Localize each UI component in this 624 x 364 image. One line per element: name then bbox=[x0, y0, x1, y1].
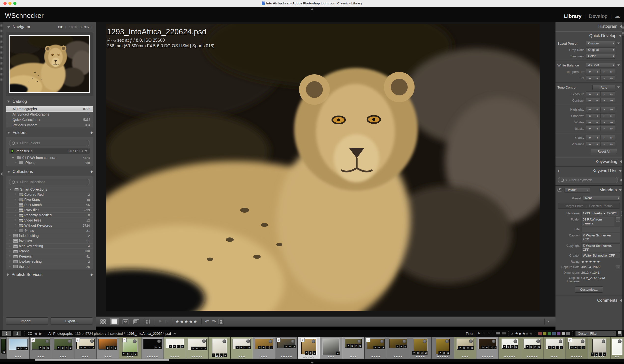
thumbnail-rating[interactable]: ★★★ bbox=[74, 355, 97, 358]
thumbnail-badge-icon[interactable] bbox=[291, 340, 295, 343]
catalog-item[interactable]: All Photographs5724 bbox=[6, 106, 93, 112]
filmstrip-thumbnail[interactable]: ⚑▣▢◪★★★★★ bbox=[588, 337, 610, 359]
thumbnail-rating[interactable]: ★★★ bbox=[119, 355, 141, 358]
filmstrip-thumbnail[interactable]: 2⚑▣▢◪★★★★★ bbox=[566, 337, 588, 359]
filmstrip-thumbnail[interactable]: ⚑▣▢◪★★★★★ bbox=[476, 337, 499, 359]
dev-badge-icon[interactable]: ◪ bbox=[46, 346, 50, 350]
filmstrip-thumbnail[interactable]: ⚑▣▢◪★★★★ bbox=[409, 337, 432, 359]
thumbnail-badge-icon[interactable] bbox=[402, 340, 406, 343]
filmstrip-thumbnail[interactable]: ⚑▣▢◪★★★★★ bbox=[521, 337, 544, 359]
copy-badge-icon[interactable]: ▣ bbox=[350, 344, 354, 348]
flag-reject-icon[interactable]: ⚐ bbox=[164, 319, 168, 324]
thumbnail-rating[interactable]: ★★★ bbox=[253, 355, 275, 358]
keyword-list-disclosure-icon[interactable] bbox=[619, 170, 622, 172]
copy-badge-icon[interactable]: ▣ bbox=[288, 345, 292, 348]
flag-badge-icon[interactable]: ⚑ bbox=[39, 346, 42, 350]
catalog-item[interactable]: Previous Import334 bbox=[6, 122, 93, 128]
toolbar-rating-stars[interactable]: ★★★★★ bbox=[176, 319, 198, 324]
thumbnail-badge-icon[interactable] bbox=[492, 340, 495, 343]
thumbnail-rating[interactable]: ★★★★★ bbox=[499, 355, 521, 358]
thumbnail-rating[interactable]: ★★★ bbox=[52, 355, 74, 358]
copy-badge-icon[interactable]: ▣ bbox=[442, 351, 446, 355]
filmstrip-source[interactable]: All Photographs bbox=[48, 332, 73, 336]
filmstrip-thumbnail[interactable]: ⚑▣▢◪★★★★★ bbox=[186, 337, 208, 359]
export-button[interactable]: Export... bbox=[51, 318, 93, 324]
add-keyword-button[interactable]: + bbox=[557, 168, 560, 173]
rect-badge-icon[interactable]: ▢ bbox=[87, 346, 91, 349]
copy-badge-icon[interactable]: ▣ bbox=[173, 345, 176, 348]
secondary-monitor-button[interactable]: 2 bbox=[13, 331, 21, 336]
copy-badge-icon[interactable]: ▣ bbox=[309, 351, 312, 355]
primary-monitor-button[interactable]: 1 bbox=[2, 331, 11, 336]
collection-item[interactable]: ⠿Without Keywords5724 bbox=[6, 223, 93, 228]
color-label-swatch[interactable] bbox=[543, 332, 547, 336]
publish-services-header[interactable]: Publish Services + bbox=[3, 270, 96, 279]
navigator-zoom-button[interactable]: 33.3% bbox=[80, 25, 89, 29]
copy-badge-icon[interactable]: ▣ bbox=[552, 346, 555, 349]
catalog-item[interactable]: Quick Collection +5237 bbox=[6, 117, 93, 122]
filmstrip-thumbnail[interactable]: 2⚑▣▢◪★★★ bbox=[74, 337, 97, 359]
metadata-eye-icon[interactable] bbox=[557, 188, 562, 192]
flag-badge-icon[interactable]: ⚑ bbox=[346, 344, 350, 348]
filmstrip-thumbnail[interactable]: ⚑▣▢◪★★★★ bbox=[164, 337, 186, 359]
copy-badge-icon[interactable]: ▣ bbox=[336, 351, 340, 355]
rect-badge-icon[interactable]: ▢ bbox=[420, 351, 424, 355]
dev-badge-icon[interactable]: ◪ bbox=[446, 351, 450, 355]
dev-badge-icon[interactable]: ◪ bbox=[247, 346, 251, 349]
flag-badge-icon[interactable]: ⚑ bbox=[258, 346, 261, 349]
rect-badge-icon[interactable]: ▢ bbox=[556, 346, 559, 349]
folder-item[interactable]: 01 RAW from camera5724 bbox=[6, 155, 93, 160]
filmstrip-thumbnail[interactable]: ⚑▣▢◪★★★ bbox=[544, 337, 566, 359]
comments-header[interactable]: Comments bbox=[555, 296, 622, 305]
dev-badge-icon[interactable]: ◪ bbox=[493, 346, 496, 349]
filmstrip-scrollbar[interactable] bbox=[0, 359, 624, 362]
filmstrip-thumbnail[interactable]: ⚑▣★★★★★ bbox=[141, 337, 164, 359]
copy-badge-icon[interactable]: ▣ bbox=[43, 346, 46, 350]
collection-item[interactable]: Smart Collections bbox=[6, 187, 93, 192]
filmstrip-filename[interactable]: 1293_IntoAfrica_220624.psd bbox=[127, 332, 171, 336]
dev-badge-icon[interactable]: ◪ bbox=[2, 350, 6, 354]
rect-badge-icon[interactable]: ▢ bbox=[578, 346, 581, 349]
cloud-sync-icon[interactable]: ☁ bbox=[615, 14, 620, 19]
copy-badge-icon[interactable]: ▣ bbox=[462, 346, 466, 350]
rotate-right-icon[interactable]: ↷ bbox=[212, 319, 216, 324]
color-label-filters[interactable] bbox=[538, 332, 570, 336]
copy-badge-icon[interactable]: ▣ bbox=[61, 346, 65, 350]
filmstrip-thumbnail[interactable]: 2⚑▣◪★★★ bbox=[30, 337, 52, 359]
color-label-swatch[interactable] bbox=[538, 332, 542, 336]
flag-badge-icon[interactable]: ⚑ bbox=[305, 351, 309, 355]
thumbnail-rating[interactable]: ★★★ bbox=[342, 355, 364, 358]
copy-badge-icon[interactable]: ▣ bbox=[400, 345, 403, 348]
rect-badge-icon[interactable]: ▢ bbox=[20, 347, 24, 350]
collection-item[interactable]: ⠿low-key editing2 bbox=[6, 259, 93, 264]
navigator-disclosure-icon[interactable] bbox=[7, 26, 10, 28]
rect-badge-icon[interactable]: ▢ bbox=[533, 345, 537, 349]
filmstrip-thumbnail[interactable]: ◪ bbox=[0, 337, 7, 359]
filter-rating-stars[interactable]: ★★★★★ bbox=[515, 331, 533, 336]
quick-develop-disclosure-icon[interactable] bbox=[619, 35, 622, 37]
thumbnail-rating[interactable]: ★★★★★ bbox=[566, 355, 588, 358]
thumbnail-badge-icon[interactable] bbox=[246, 340, 250, 343]
metadata-value-creator[interactable]: Walter Schnecker CPP bbox=[581, 253, 620, 258]
thumbnail-badge-icon[interactable] bbox=[514, 340, 517, 343]
collection-item[interactable]: ⠿Recently Modified0 bbox=[6, 212, 93, 218]
rect-badge-icon[interactable]: ▢ bbox=[511, 345, 514, 349]
filter-flag-reject-icon[interactable]: ⚐ bbox=[487, 331, 490, 336]
thumbnail-rating[interactable]: ★★★★★ bbox=[141, 355, 163, 358]
dev-badge-icon[interactable]: ◪ bbox=[203, 347, 207, 350]
thumbnail-rating[interactable]: ★★★ bbox=[231, 355, 253, 358]
metadata-preset-dropdown[interactable]: None ▲▼ bbox=[583, 196, 620, 201]
thumbnail-rating[interactable]: ★★★★★ bbox=[521, 355, 543, 358]
collection-item[interactable]: ⠿Past Month96 bbox=[6, 202, 93, 207]
flag-badge-icon[interactable]: ⚑ bbox=[169, 345, 172, 348]
collection-item[interactable]: ⠿Keepers41 bbox=[6, 254, 93, 259]
grid-view-icon[interactable] bbox=[101, 319, 106, 324]
thumbnail-rating[interactable]: ★★★ bbox=[320, 355, 342, 358]
catalog-item[interactable]: All Synced Photographs0 bbox=[6, 112, 93, 117]
flag-badge-icon[interactable]: ⚑ bbox=[548, 346, 551, 349]
folders-header[interactable]: Folders + bbox=[3, 128, 96, 137]
flag-badge-icon[interactable]: ⚑ bbox=[373, 346, 377, 349]
filmstrip-scroll-thumb[interactable] bbox=[35, 359, 169, 361]
thumbnail-rating[interactable]: ★★★★★ bbox=[186, 355, 208, 358]
stack-count-badge[interactable]: 2 bbox=[301, 338, 305, 342]
